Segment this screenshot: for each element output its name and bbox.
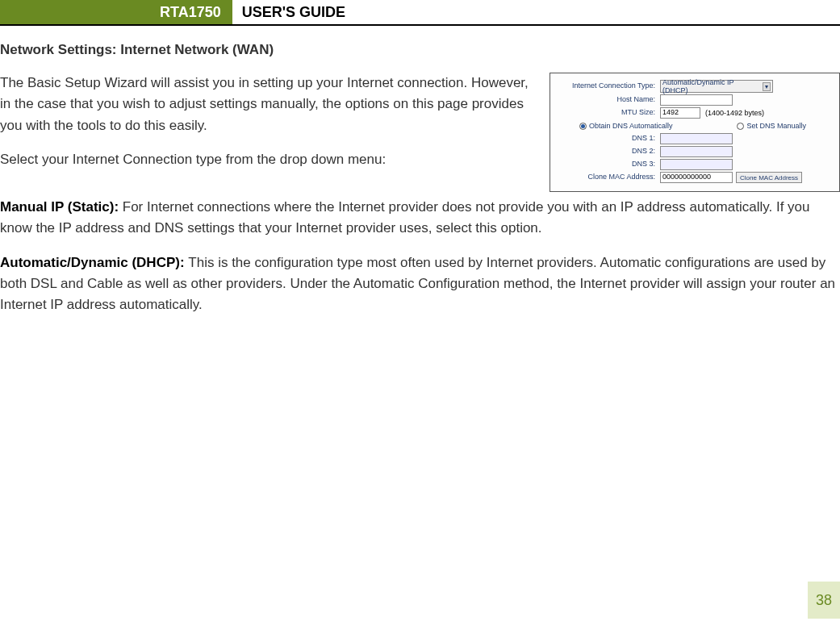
label-dns2: DNS 2:	[555, 148, 660, 156]
input-mtu[interactable]: 1492	[660, 107, 700, 119]
clone-mac-button[interactable]: Clone MAC Address	[736, 172, 802, 183]
hint-mtu: (1400-1492 bytes)	[705, 109, 764, 117]
page-content: Network Settings: Internet Network (WAN)…	[0, 26, 840, 316]
input-clone-mac[interactable]: 000000000000	[660, 172, 733, 183]
label-host-name: Host Name:	[555, 96, 660, 104]
row-connection-type: Internet Connection Type: Automatic/Dyna…	[555, 80, 834, 93]
label-dns1: DNS 1:	[555, 135, 660, 143]
input-host-name[interactable]	[660, 94, 733, 106]
row-mtu: MTU Size: 1492 (1400-1492 bytes)	[555, 107, 834, 119]
row-dns-mode: Obtain DNS Automatically Set DNS Manuall…	[555, 120, 834, 131]
page-number: 38	[808, 582, 840, 619]
radio-unchecked-icon	[737, 123, 744, 130]
header-stripe	[0, 0, 15, 24]
label-mtu: MTU Size:	[555, 109, 660, 117]
row-dns3: DNS 3:	[555, 159, 834, 170]
header-model: RTA1750	[15, 0, 232, 24]
input-dns2[interactable]	[660, 146, 733, 157]
input-dns1[interactable]	[660, 133, 733, 144]
radio-dns-manual[interactable]: Set DNS Manually	[737, 122, 806, 130]
dhcp-label: Automatic/Dynamic (DHCP):	[0, 255, 188, 270]
label-dns3: DNS 3:	[555, 161, 660, 169]
document-header: RTA1750 USER'S GUIDE	[0, 0, 840, 26]
select-connection-type[interactable]: Automatic/Dynamic IP (DHCP) ▾	[660, 80, 773, 93]
header-title: USER'S GUIDE	[232, 0, 355, 24]
radio-dns-auto[interactable]: Obtain DNS Automatically	[579, 122, 673, 130]
intro-block: Internet Connection Type: Automatic/Dyna…	[0, 73, 840, 197]
label-dns-auto: Obtain DNS Automatically	[589, 122, 673, 130]
label-connection-type: Internet Connection Type:	[555, 82, 660, 90]
row-clone-mac: Clone MAC Address: 000000000000 Clone MA…	[555, 172, 834, 183]
row-host-name: Host Name:	[555, 94, 834, 106]
chevron-down-icon: ▾	[763, 82, 771, 91]
settings-screenshot: Internet Connection Type: Automatic/Dyna…	[550, 73, 840, 192]
dhcp-paragraph: Automatic/Dynamic (DHCP): This is the co…	[0, 252, 840, 316]
label-clone-mac: Clone MAC Address:	[555, 173, 660, 181]
manual-ip-label: Manual IP (Static):	[0, 199, 123, 215]
row-dns1: DNS 1:	[555, 133, 834, 144]
input-dns3[interactable]	[660, 159, 733, 170]
radio-checked-icon	[579, 123, 587, 130]
manual-ip-paragraph: Manual IP (Static): For Internet connect…	[0, 197, 840, 240]
label-dns-manual: Set DNS Manually	[746, 122, 806, 130]
section-title: Network Settings: Internet Network (WAN)	[0, 42, 840, 58]
select-connection-type-value: Automatic/Dynamic IP (DHCP)	[662, 78, 759, 94]
row-dns2: DNS 2:	[555, 146, 834, 157]
